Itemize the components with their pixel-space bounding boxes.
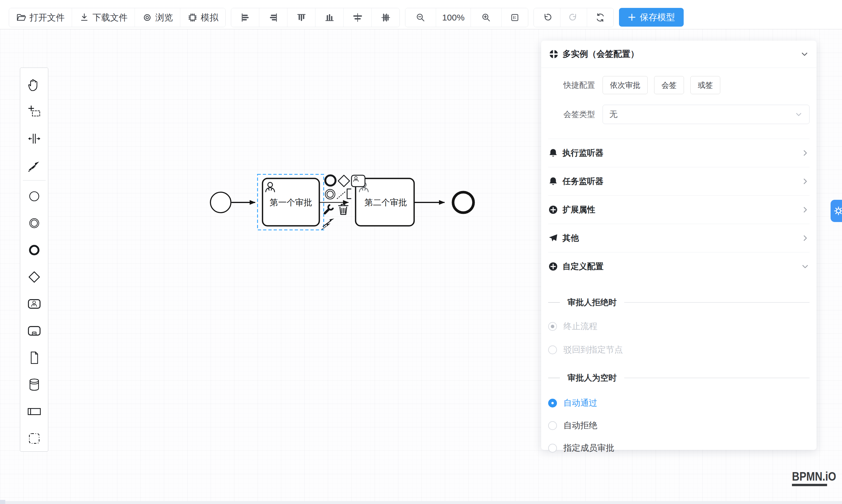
group-icon bbox=[27, 431, 41, 446]
create-user-task[interactable] bbox=[22, 290, 46, 317]
chevron-right-icon bbox=[801, 205, 809, 214]
align-center-horizontal-icon bbox=[352, 12, 363, 23]
hand-tool[interactable] bbox=[22, 71, 46, 98]
redo-button bbox=[560, 8, 587, 27]
quick-config-orsign-button[interactable]: 或签 bbox=[690, 76, 720, 94]
save-model-button[interactable]: 保存模型 bbox=[619, 8, 684, 26]
create-data-object[interactable] bbox=[22, 344, 46, 371]
align-left-button[interactable] bbox=[231, 8, 259, 27]
preview-label: 浏览 bbox=[155, 12, 173, 24]
plus-circle-icon bbox=[548, 205, 558, 215]
align-button-group bbox=[231, 8, 400, 27]
data-object-icon bbox=[27, 351, 41, 365]
properties-panel: 多实例（会签配置） 快捷配置 依次审批 会签 或签 会签类型 无 执行监听器 bbox=[541, 41, 817, 450]
toolbar: 打开文件 下载文件 浏览 模拟 bbox=[0, 0, 842, 29]
refresh-icon bbox=[595, 12, 606, 23]
hand-icon bbox=[27, 78, 41, 92]
zoom-in-button[interactable] bbox=[471, 8, 502, 27]
align-center-horizontal-button[interactable] bbox=[344, 8, 372, 27]
zoom-in-icon bbox=[481, 12, 491, 23]
radio-assign-member[interactable]: 指定成员审批 bbox=[548, 443, 809, 453]
chevron-down-icon bbox=[800, 50, 809, 58]
chevron-right-icon bbox=[801, 177, 809, 186]
scrollbar-corner bbox=[0, 500, 5, 504]
create-subprocess[interactable] bbox=[22, 317, 46, 344]
bell-icon bbox=[548, 148, 558, 158]
plus-circle-icon bbox=[548, 262, 558, 271]
align-center-vertical-icon bbox=[381, 12, 391, 23]
open-file-label: 打开文件 bbox=[30, 12, 65, 24]
empty-group-title: 审批人为空时 bbox=[548, 372, 809, 383]
settings-tab[interactable] bbox=[830, 200, 842, 222]
create-end-event[interactable] bbox=[22, 237, 46, 264]
radio-return-to-node: 驳回到指定节点 bbox=[548, 345, 809, 355]
file-button-group: 打开文件 下载文件 浏览 模拟 bbox=[9, 8, 226, 27]
zoom-level: 100% bbox=[436, 8, 471, 27]
save-model-label: 保存模型 bbox=[640, 12, 675, 23]
lasso-tool[interactable] bbox=[22, 98, 46, 125]
radio-icon bbox=[548, 444, 557, 452]
zoom-button-group: 100% bbox=[405, 8, 528, 27]
sign-type-row: 会签类型 无 bbox=[548, 105, 809, 124]
align-top-button[interactable] bbox=[287, 8, 315, 27]
create-start-event[interactable] bbox=[22, 183, 46, 210]
create-data-store[interactable] bbox=[22, 371, 46, 398]
section-other[interactable]: 其他 bbox=[548, 224, 809, 252]
panel-title: 多实例（会签配置） bbox=[562, 48, 639, 60]
sign-type-label: 会签类型 bbox=[563, 109, 595, 120]
radio-icon bbox=[548, 399, 557, 408]
refresh-button[interactable] bbox=[587, 8, 613, 27]
section-execution-listener[interactable]: 执行监听器 bbox=[548, 139, 809, 167]
eye-icon bbox=[142, 12, 153, 23]
global-connect-icon bbox=[27, 159, 41, 173]
watermark-text: BPMN.iO bbox=[792, 470, 836, 483]
quick-config-row: 快捷配置 依次审批 会签 或签 bbox=[548, 76, 809, 94]
radio-auto-pass[interactable]: 自动通过 bbox=[548, 398, 809, 408]
gateway-icon bbox=[27, 270, 41, 284]
section-task-listener[interactable]: 任务监听器 bbox=[548, 167, 809, 196]
quick-config-sequential-button[interactable]: 依次审批 bbox=[602, 76, 648, 94]
panel-sections: 执行监听器 任务监听器 扩展属性 其他 bbox=[548, 139, 809, 281]
panel-header[interactable]: 多实例（会签配置） bbox=[541, 41, 817, 68]
bpmn-io-watermark[interactable]: BPMN.iO bbox=[792, 470, 842, 486]
section-custom-config[interactable]: 自定义配置 bbox=[548, 252, 809, 281]
reject-group-title: 审批人拒绝时 bbox=[548, 297, 809, 308]
create-group[interactable] bbox=[22, 425, 46, 452]
open-file-button[interactable]: 打开文件 bbox=[9, 8, 72, 27]
redo-icon bbox=[568, 12, 579, 23]
send-icon bbox=[548, 233, 558, 243]
end-event-icon bbox=[27, 243, 41, 257]
create-participant[interactable] bbox=[22, 398, 46, 425]
align-bottom-icon bbox=[324, 12, 335, 23]
preview-button[interactable]: 浏览 bbox=[135, 8, 180, 27]
align-center-vertical-button[interactable] bbox=[372, 8, 400, 27]
align-right-button[interactable] bbox=[259, 8, 287, 27]
undo-button[interactable] bbox=[534, 8, 560, 27]
data-store-icon bbox=[27, 378, 41, 392]
create-intermediate-event[interactable] bbox=[22, 210, 46, 237]
fit-viewport-button[interactable] bbox=[502, 8, 528, 27]
align-right-icon bbox=[268, 12, 279, 23]
zoom-out-icon bbox=[415, 12, 426, 23]
space-tool-icon bbox=[27, 132, 41, 146]
chip-icon bbox=[187, 12, 198, 23]
start-event-icon bbox=[27, 189, 41, 203]
radio-icon bbox=[548, 345, 557, 354]
folder-open-icon bbox=[16, 12, 27, 23]
section-extended-properties[interactable]: 扩展属性 bbox=[548, 196, 809, 224]
horizontal-scrollbar-track[interactable] bbox=[0, 501, 842, 504]
radio-auto-reject[interactable]: 自动拒绝 bbox=[548, 421, 809, 431]
zoom-out-button[interactable] bbox=[405, 8, 436, 27]
space-tool[interactable] bbox=[22, 125, 46, 152]
align-bottom-button[interactable] bbox=[315, 8, 344, 27]
sign-type-select[interactable]: 无 bbox=[602, 105, 809, 124]
history-button-group bbox=[533, 8, 614, 27]
create-gateway[interactable] bbox=[22, 264, 46, 290]
user-task-icon bbox=[27, 297, 41, 311]
download-icon bbox=[79, 12, 90, 23]
download-file-button[interactable]: 下载文件 bbox=[72, 8, 135, 27]
bpmn-designer-app: 打开文件 下载文件 浏览 模拟 bbox=[0, 0, 842, 504]
quick-config-countersign-button[interactable]: 会签 bbox=[654, 76, 684, 94]
simulate-button[interactable]: 模拟 bbox=[180, 8, 225, 27]
global-connect-tool[interactable] bbox=[22, 152, 46, 179]
